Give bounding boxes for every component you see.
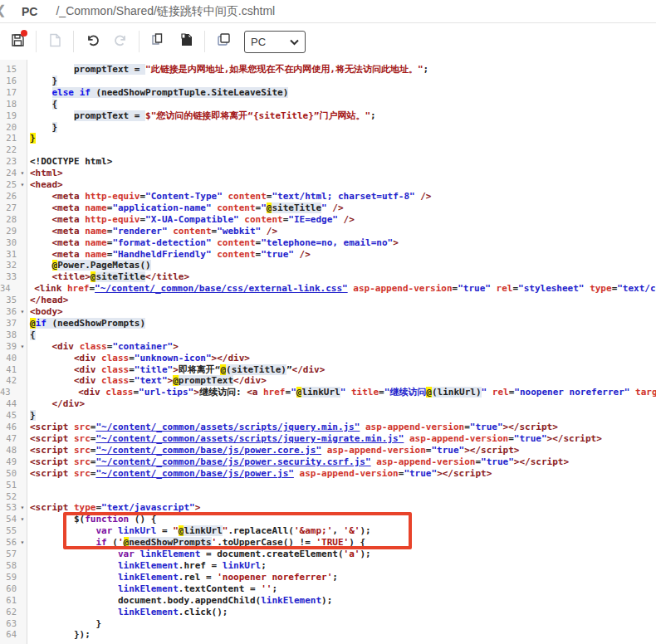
- line-number: 34: [0, 283, 11, 295]
- code-line[interactable]: 64 });: [0, 629, 656, 641]
- line-number: 29: [0, 226, 17, 237]
- code-line[interactable]: 28 <meta http-equiv="X-UA-Compatible" co…: [0, 214, 656, 226]
- fold-arrow-icon[interactable]: ▾: [17, 168, 28, 179]
- fold-arrow-icon[interactable]: ▾: [17, 306, 28, 318]
- code-line[interactable]: 16 }: [0, 76, 656, 87]
- code-token: }: [30, 410, 36, 421]
- code-line[interactable]: 54▾ $(function () {: [0, 514, 656, 525]
- code-line[interactable]: 49<script src="~/content/_common/base/js…: [0, 456, 656, 468]
- code-token: "title": [135, 364, 173, 375]
- code-text: [28, 491, 30, 503]
- chevron-left-icon[interactable]: ❮: [0, 2, 7, 17]
- code-line[interactable]: 62 linkElement.click();: [0, 607, 656, 618]
- code-line[interactable]: 58 linkElement.href = linkUrl;: [0, 560, 656, 572]
- code-token: ></script>: [547, 433, 602, 444]
- platform-select[interactable]: PC: [244, 31, 306, 53]
- code-text: });: [28, 629, 91, 641]
- code-line[interactable]: 23<!DOCTYPE html>: [0, 156, 656, 168]
- code-line[interactable]: 53▾<script type="text/javascript">: [0, 502, 656, 514]
- line-number: 23: [0, 156, 17, 168]
- code-line[interactable]: 25▾<head>: [0, 179, 656, 191]
- code-line[interactable]: 55 var linkUrl = "@linkUrl".replaceAll('…: [0, 525, 656, 537]
- fold-arrow-icon[interactable]: ▾: [17, 514, 28, 525]
- code-editor[interactable]: 15 promptText = "此链接是内网地址,如果您现在不在内网使用,将无…: [0, 60, 656, 644]
- code-token: );: [321, 595, 332, 606]
- fold-spacer: [17, 433, 28, 445]
- code-token: http-equiv: [85, 191, 140, 202]
- code-line[interactable]: 34 <link href="~/content/_common/base/cs…: [0, 283, 656, 295]
- code-token: [30, 249, 52, 260]
- code-line[interactable]: 36▾<body>: [0, 306, 656, 318]
- code-text: {: [28, 99, 57, 110]
- code-line[interactable]: 24▾<html>: [0, 168, 656, 179]
- code-token: [404, 433, 409, 444]
- duplicate-button[interactable]: [213, 31, 234, 52]
- code-line[interactable]: 39▾ <div class="container">: [0, 341, 656, 353]
- code-line[interactable]: 42 <div class="text">@promptText</div>: [0, 375, 656, 387]
- code-line[interactable]: 57 var linkElement = document.createElem…: [0, 549, 656, 560]
- fold-spacer: [17, 525, 28, 537]
- code-line[interactable]: 47<script src="~/content/_common/assets/…: [0, 433, 656, 445]
- code-line[interactable]: 38{: [0, 329, 656, 341]
- code-line[interactable]: 44 </div>: [0, 398, 656, 410]
- redo-button[interactable]: [110, 31, 131, 52]
- code-line[interactable]: 43 <div class="url-tips">继续访问: <a href="…: [0, 387, 656, 398]
- code-line[interactable]: 60 linkElement.textContent = '';: [0, 583, 656, 595]
- code-line[interactable]: 59 linkElement.rel = 'noopener noreferre…: [0, 572, 656, 583]
- code-line[interactable]: 35</head>: [0, 295, 656, 306]
- new-file-button[interactable]: [44, 31, 66, 52]
- code-line[interactable]: 27 <meta name="application-name" content…: [0, 202, 656, 214]
- fold-arrow-icon[interactable]: ▾: [17, 537, 28, 549]
- code-line[interactable]: 32 @Power.PageMetas(): [0, 260, 656, 271]
- fold-arrow-icon[interactable]: ▾: [17, 341, 28, 353]
- toolbar-separator: [204, 31, 205, 52]
- code-line[interactable]: 48<script src="~/content/_common/base/js…: [0, 445, 656, 456]
- fold-spacer: [17, 110, 28, 122]
- code-line[interactable]: 26 <meta http-equiv="Content-Type" conte…: [0, 191, 656, 202]
- code-line[interactable]: 15 promptText = "此链接是内网地址,如果您现在不在内网使用,将无…: [0, 64, 656, 76]
- code-line[interactable]: 56▾ if ('@needShowPrompts'.toUpperCase()…: [0, 537, 656, 549]
- code-line[interactable]: 17 else if (needShowPromptTuple.SiteLeav…: [0, 87, 656, 99]
- paste-button[interactable]: [175, 31, 197, 52]
- fold-spacer: [17, 329, 28, 341]
- code-line[interactable]: 37@if (needShowPrompts): [0, 318, 656, 329]
- code-line[interactable]: 30 <meta name="format-detection" content…: [0, 237, 656, 249]
- code-token: <script: [30, 422, 74, 432]
- undo-button[interactable]: [81, 31, 103, 52]
- code-token: <script: [30, 433, 74, 444]
- code-line[interactable]: 46<script src="~/content/_common/assets/…: [0, 422, 656, 433]
- code-token: "~/content/_common/base/css/external-lin…: [95, 283, 348, 294]
- code-token: .replaceAll(: [228, 525, 293, 536]
- code-line[interactable]: 33 <title>@siteTitle</title>: [0, 271, 656, 283]
- fold-spacer: [17, 398, 28, 410]
- code-line[interactable]: 19 promptText = $"您访问的链接即将离开“{siteTitle}…: [0, 110, 656, 122]
- code-line[interactable]: 20 }: [0, 122, 656, 134]
- code-text: <script src="~/content/_common/assets/sc…: [28, 433, 602, 445]
- app-label: PC: [22, 5, 37, 18]
- fold-spacer: [17, 583, 28, 595]
- code-token: </div>: [233, 375, 267, 386]
- save-button[interactable]: [7, 31, 28, 52]
- code-line[interactable]: 21}: [0, 133, 656, 144]
- code-line[interactable]: 63 }: [0, 618, 656, 630]
- code-line[interactable]: 31 <meta name="HandheldFriendly" content…: [0, 249, 656, 261]
- code-line[interactable]: 45}: [0, 410, 656, 422]
- code-line[interactable]: 51: [0, 480, 656, 491]
- code-text: }: [28, 133, 36, 144]
- copy-button[interactable]: [147, 31, 169, 52]
- code-line[interactable]: 29 <meta name="renderer" content="webkit…: [0, 226, 656, 237]
- code-line[interactable]: 61 document.body.appendChild(linkElement…: [0, 595, 656, 607]
- fold-arrow-icon[interactable]: ▾: [17, 179, 28, 191]
- code-token: <div: [74, 353, 101, 363]
- code-token: {: [52, 99, 58, 110]
- code-token: [338, 214, 344, 225]
- code-line[interactable]: 41 <div class="title">即将离开“@(siteTitle)”…: [0, 364, 656, 376]
- fold-arrow-icon[interactable]: ▾: [17, 502, 28, 514]
- code-line[interactable]: 40 <div class="unknown-icon"></div>: [0, 353, 656, 364]
- code-line[interactable]: 22: [0, 144, 656, 156]
- code-token: ) {: [349, 537, 365, 548]
- code-line[interactable]: 50<script src="~/content/_common/base/js…: [0, 468, 656, 480]
- code-token: "此链接是内网地址,如果您现在不在内网使用,将无法访问此地址。": [145, 64, 423, 75]
- code-line[interactable]: 52: [0, 491, 656, 503]
- code-line[interactable]: 18 {: [0, 99, 656, 110]
